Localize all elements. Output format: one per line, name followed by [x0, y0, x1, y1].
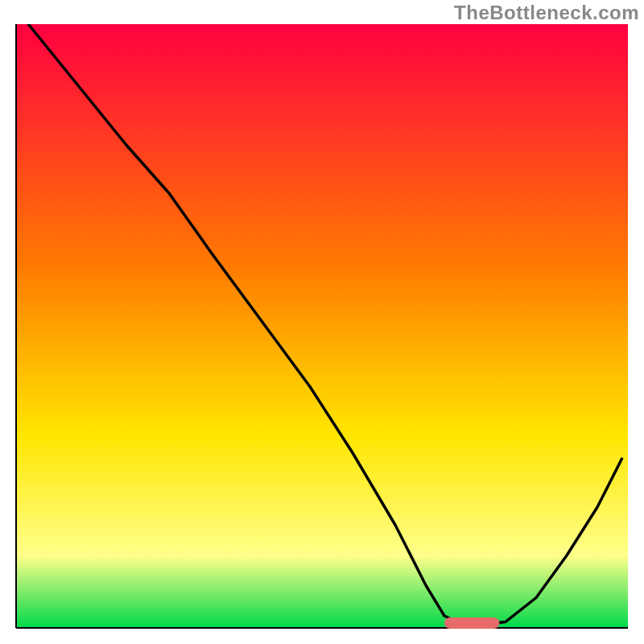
bottom-margin — [0, 628, 644, 644]
plot-background — [16, 24, 628, 628]
left-margin — [0, 0, 16, 644]
bottleneck-chart: TheBottleneck.com — [0, 0, 644, 644]
optimum-marker — [444, 617, 499, 629]
watermark-text: TheBottleneck.com — [454, 2, 639, 24]
chart-svg — [0, 0, 644, 644]
